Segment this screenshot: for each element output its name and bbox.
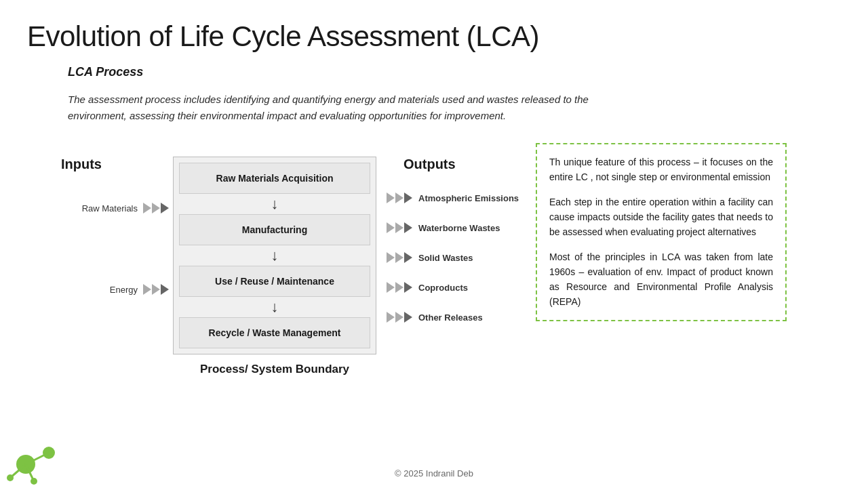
svg-point-6 xyxy=(31,478,37,485)
system-boundary-label: Process/ System Boundary xyxy=(200,363,349,376)
output-row-0: Atmospheric Emissions xyxy=(387,192,519,203)
output-row-1: Waterborne Wastes xyxy=(387,222,500,233)
inputs-heading: Inputs xyxy=(61,157,102,172)
output-arrow-1 xyxy=(387,222,413,233)
output-label-4: Other Releases xyxy=(418,312,483,323)
chevron-icon xyxy=(161,203,169,214)
input-row-raw-materials: Raw Materials xyxy=(54,203,170,214)
output-arrow-2 xyxy=(387,252,413,263)
process-step-3: Use / Reuse / Maintenance xyxy=(179,266,370,297)
process-arrow-3: ↓ xyxy=(179,297,370,317)
input-arrow-energy xyxy=(143,284,170,295)
input-label-raw-materials: Raw Materials xyxy=(82,203,138,214)
process-arrow-1: ↓ xyxy=(179,194,370,214)
chevron-icon xyxy=(387,312,395,323)
info-paragraph-0: Th unique feature of this process – it f… xyxy=(549,155,773,184)
main-title: Evolution of Life Cycle Assessment (LCA) xyxy=(27,20,841,53)
chevron-icon xyxy=(395,312,403,323)
chevron-icon xyxy=(404,282,412,293)
chevron-icon xyxy=(161,284,169,295)
outputs-column: Outputs Atmospheric Emissions Waterborne… xyxy=(387,143,522,342)
info-paragraph-1: Each step in the entire operation within… xyxy=(549,195,773,239)
chevron-icon xyxy=(152,284,160,295)
info-box: Th unique feature of this process – it f… xyxy=(536,143,787,321)
process-step-2: Manufacturing xyxy=(179,214,370,245)
process-step-4: Recycle / Waste Management xyxy=(179,317,370,348)
chevron-icon xyxy=(387,252,395,263)
process-column: Raw Materials Acquisition ↓ Manufacturin… xyxy=(170,143,380,376)
section-label: LCA Process xyxy=(68,65,841,79)
output-label-2: Solid Wastes xyxy=(418,253,473,263)
chevron-icon xyxy=(395,222,403,233)
chevron-icon xyxy=(387,282,395,293)
output-arrow-3 xyxy=(387,282,413,293)
chevron-icon xyxy=(143,284,151,295)
output-row-2: Solid Wastes xyxy=(387,252,473,263)
process-arrow-2: ↓ xyxy=(179,245,370,266)
process-step-1: Raw Materials Acquisition xyxy=(179,163,370,194)
chevron-icon xyxy=(404,192,412,203)
outputs-heading: Outputs xyxy=(403,157,456,172)
page: Evolution of Life Cycle Assessment (LCA)… xyxy=(0,0,868,488)
chevron-icon xyxy=(395,282,403,293)
chevron-icon xyxy=(404,252,412,263)
output-row-3: Coproducts xyxy=(387,282,468,293)
svg-point-5 xyxy=(7,474,14,481)
chevron-icon xyxy=(395,252,403,263)
chevron-icon xyxy=(395,192,403,203)
chevron-icon xyxy=(404,222,412,233)
inputs-column: Inputs Raw Materials Energy xyxy=(54,143,170,325)
chevron-icon xyxy=(143,203,151,214)
chevron-icon xyxy=(404,312,412,323)
input-row-energy: Energy xyxy=(54,284,170,295)
output-label-3: Coproducts xyxy=(418,283,468,293)
output-row-4: Other Releases xyxy=(387,312,483,323)
decoration xyxy=(0,413,75,488)
input-arrow-raw-materials xyxy=(143,203,170,214)
output-label-0: Atmospheric Emissions xyxy=(418,193,519,203)
diagram-area: Inputs Raw Materials Energy xyxy=(54,143,841,376)
footer: © 2025 Indranil Deb xyxy=(0,468,868,479)
output-label-1: Waterborne Wastes xyxy=(418,223,500,233)
chevron-icon xyxy=(387,192,395,203)
process-boundary: Raw Materials Acquisition ↓ Manufacturin… xyxy=(173,157,376,354)
chevron-icon xyxy=(387,222,395,233)
chevron-icon xyxy=(152,203,160,214)
description: The assessment process includes identify… xyxy=(68,92,624,124)
input-label-energy: Energy xyxy=(110,285,138,295)
output-arrow-0 xyxy=(387,192,413,203)
info-paragraph-2: Most of the principles in LCA was taken … xyxy=(549,250,773,309)
output-arrow-4 xyxy=(387,312,413,323)
